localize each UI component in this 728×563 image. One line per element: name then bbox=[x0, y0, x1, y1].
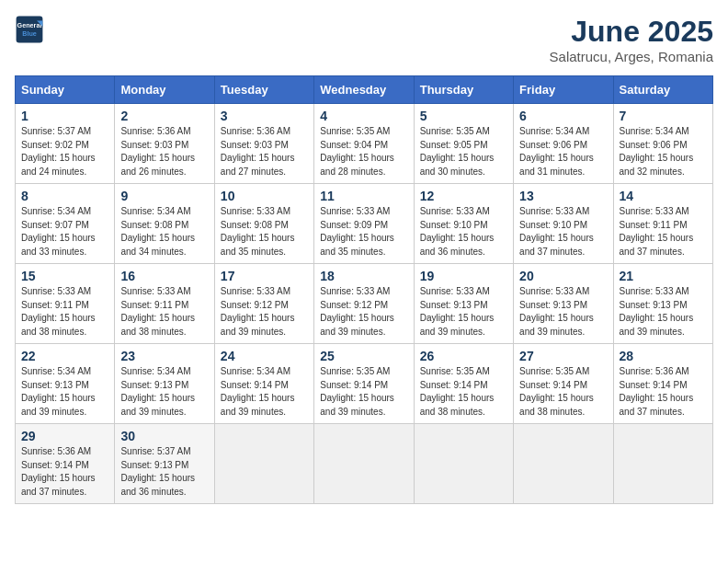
header-row: Sunday Monday Tuesday Wednesday Thursday… bbox=[16, 76, 713, 104]
day-info: Sunrise: 5:33 AM Sunset: 9:12 PM Dayligh… bbox=[221, 285, 308, 339]
day-info: Sunrise: 5:33 AM Sunset: 9:10 PM Dayligh… bbox=[420, 205, 507, 259]
day-info: Sunrise: 5:34 AM Sunset: 9:06 PM Dayligh… bbox=[519, 125, 607, 178]
calendar-cell: 9Sunrise: 5:34 AM Sunset: 9:08 PM Daylig… bbox=[115, 184, 214, 264]
calendar-cell: 28Sunrise: 5:36 AM Sunset: 9:14 PM Dayli… bbox=[613, 344, 712, 424]
day-number: 5 bbox=[420, 109, 507, 123]
day-number: 22 bbox=[21, 349, 108, 363]
day-number: 8 bbox=[21, 189, 108, 203]
calendar-cell: 16Sunrise: 5:33 AM Sunset: 9:11 PM Dayli… bbox=[115, 264, 214, 344]
day-info: Sunrise: 5:35 AM Sunset: 9:04 PM Dayligh… bbox=[320, 125, 407, 178]
day-info: Sunrise: 5:33 AM Sunset: 9:08 PM Dayligh… bbox=[221, 205, 308, 259]
calendar-cell: 24Sunrise: 5:34 AM Sunset: 9:14 PM Dayli… bbox=[214, 344, 313, 424]
calendar-cell: 8Sunrise: 5:34 AM Sunset: 9:07 PM Daylig… bbox=[16, 184, 115, 264]
day-info: Sunrise: 5:33 AM Sunset: 9:09 PM Dayligh… bbox=[320, 205, 407, 259]
calendar-cell: 27Sunrise: 5:35 AM Sunset: 9:14 PM Dayli… bbox=[514, 344, 613, 424]
calendar-body: 1Sunrise: 5:37 AM Sunset: 9:02 PM Daylig… bbox=[16, 104, 713, 504]
calendar-cell: 22Sunrise: 5:34 AM Sunset: 9:13 PM Dayli… bbox=[16, 344, 115, 424]
calendar-cell: 15Sunrise: 5:33 AM Sunset: 9:11 PM Dayli… bbox=[16, 264, 115, 344]
calendar-cell: 19Sunrise: 5:33 AM Sunset: 9:13 PM Dayli… bbox=[414, 264, 513, 344]
day-number: 24 bbox=[221, 349, 308, 363]
day-info: Sunrise: 5:36 AM Sunset: 9:14 PM Dayligh… bbox=[21, 445, 108, 499]
svg-text:Blue: Blue bbox=[22, 29, 37, 38]
calendar-cell: 4Sunrise: 5:35 AM Sunset: 9:04 PM Daylig… bbox=[314, 104, 414, 184]
calendar-row: 15Sunrise: 5:33 AM Sunset: 9:11 PM Dayli… bbox=[16, 264, 713, 344]
day-number: 21 bbox=[620, 269, 707, 283]
col-tuesday: Tuesday bbox=[214, 76, 313, 104]
calendar-cell bbox=[514, 424, 613, 504]
day-number: 26 bbox=[420, 349, 507, 363]
calendar-table: Sunday Monday Tuesday Wednesday Thursday… bbox=[15, 75, 713, 504]
col-thursday: Thursday bbox=[414, 76, 513, 104]
day-info: Sunrise: 5:36 AM Sunset: 9:03 PM Dayligh… bbox=[221, 125, 308, 178]
calendar-cell bbox=[414, 424, 513, 504]
day-info: Sunrise: 5:34 AM Sunset: 9:14 PM Dayligh… bbox=[221, 365, 308, 419]
day-number: 30 bbox=[120, 429, 208, 443]
calendar-cell: 20Sunrise: 5:33 AM Sunset: 9:13 PM Dayli… bbox=[514, 264, 613, 344]
day-number: 18 bbox=[320, 269, 407, 283]
day-info: Sunrise: 5:34 AM Sunset: 9:13 PM Dayligh… bbox=[120, 365, 208, 419]
calendar-cell: 2Sunrise: 5:36 AM Sunset: 9:03 PM Daylig… bbox=[115, 104, 214, 184]
day-info: Sunrise: 5:33 AM Sunset: 9:13 PM Dayligh… bbox=[420, 285, 507, 339]
calendar-cell: 12Sunrise: 5:33 AM Sunset: 9:10 PM Dayli… bbox=[414, 184, 513, 264]
day-number: 10 bbox=[221, 189, 308, 203]
day-info: Sunrise: 5:35 AM Sunset: 9:14 PM Dayligh… bbox=[519, 365, 607, 419]
day-info: Sunrise: 5:33 AM Sunset: 9:11 PM Dayligh… bbox=[120, 285, 208, 339]
day-info: Sunrise: 5:35 AM Sunset: 9:14 PM Dayligh… bbox=[320, 365, 407, 419]
day-info: Sunrise: 5:33 AM Sunset: 9:12 PM Dayligh… bbox=[320, 285, 407, 339]
calendar-cell: 18Sunrise: 5:33 AM Sunset: 9:12 PM Dayli… bbox=[314, 264, 414, 344]
day-info: Sunrise: 5:36 AM Sunset: 9:03 PM Dayligh… bbox=[120, 125, 208, 178]
day-number: 28 bbox=[620, 349, 707, 363]
calendar-cell: 30Sunrise: 5:37 AM Sunset: 9:13 PM Dayli… bbox=[115, 424, 214, 504]
logo: General Blue bbox=[15, 15, 44, 44]
day-info: Sunrise: 5:33 AM Sunset: 9:13 PM Dayligh… bbox=[519, 285, 607, 339]
day-info: Sunrise: 5:33 AM Sunset: 9:13 PM Dayligh… bbox=[620, 285, 707, 339]
day-number: 7 bbox=[620, 109, 707, 123]
header: General Blue June 2025 Salatrucu, Arges,… bbox=[15, 15, 713, 64]
calendar-cell bbox=[214, 424, 313, 504]
day-info: Sunrise: 5:35 AM Sunset: 9:05 PM Dayligh… bbox=[420, 125, 507, 178]
svg-text:General: General bbox=[17, 21, 42, 29]
calendar-cell: 17Sunrise: 5:33 AM Sunset: 9:12 PM Dayli… bbox=[214, 264, 313, 344]
calendar-cell: 3Sunrise: 5:36 AM Sunset: 9:03 PM Daylig… bbox=[214, 104, 313, 184]
day-info: Sunrise: 5:37 AM Sunset: 9:13 PM Dayligh… bbox=[120, 445, 208, 499]
day-info: Sunrise: 5:34 AM Sunset: 9:07 PM Dayligh… bbox=[21, 205, 108, 259]
calendar-row: 29Sunrise: 5:36 AM Sunset: 9:14 PM Dayli… bbox=[16, 424, 713, 504]
day-number: 16 bbox=[120, 269, 208, 283]
day-number: 25 bbox=[320, 349, 407, 363]
col-friday: Friday bbox=[514, 76, 613, 104]
day-number: 4 bbox=[320, 109, 407, 123]
day-info: Sunrise: 5:34 AM Sunset: 9:06 PM Dayligh… bbox=[620, 125, 707, 178]
day-number: 17 bbox=[221, 269, 308, 283]
day-info: Sunrise: 5:33 AM Sunset: 9:10 PM Dayligh… bbox=[519, 205, 607, 259]
calendar-cell: 7Sunrise: 5:34 AM Sunset: 9:06 PM Daylig… bbox=[613, 104, 712, 184]
calendar-row: 1Sunrise: 5:37 AM Sunset: 9:02 PM Daylig… bbox=[16, 104, 713, 184]
day-info: Sunrise: 5:34 AM Sunset: 9:08 PM Dayligh… bbox=[120, 205, 208, 259]
title-area: June 2025 Salatrucu, Arges, Romania bbox=[550, 15, 713, 64]
calendar-cell: 11Sunrise: 5:33 AM Sunset: 9:09 PM Dayli… bbox=[314, 184, 414, 264]
calendar-cell: 13Sunrise: 5:33 AM Sunset: 9:10 PM Dayli… bbox=[514, 184, 613, 264]
day-info: Sunrise: 5:35 AM Sunset: 9:14 PM Dayligh… bbox=[420, 365, 507, 419]
calendar-cell: 5Sunrise: 5:35 AM Sunset: 9:05 PM Daylig… bbox=[414, 104, 513, 184]
calendar-cell bbox=[314, 424, 414, 504]
col-sunday: Sunday bbox=[16, 76, 115, 104]
day-number: 15 bbox=[21, 269, 108, 283]
day-info: Sunrise: 5:36 AM Sunset: 9:14 PM Dayligh… bbox=[620, 365, 707, 419]
day-info: Sunrise: 5:33 AM Sunset: 9:11 PM Dayligh… bbox=[21, 285, 108, 339]
calendar-row: 22Sunrise: 5:34 AM Sunset: 9:13 PM Dayli… bbox=[16, 344, 713, 424]
month-year: June 2025 bbox=[550, 15, 713, 49]
day-info: Sunrise: 5:37 AM Sunset: 9:02 PM Dayligh… bbox=[21, 125, 108, 178]
col-saturday: Saturday bbox=[613, 76, 712, 104]
calendar-cell: 21Sunrise: 5:33 AM Sunset: 9:13 PM Dayli… bbox=[613, 264, 712, 344]
day-number: 13 bbox=[519, 189, 607, 203]
day-number: 6 bbox=[519, 109, 607, 123]
col-monday: Monday bbox=[115, 76, 214, 104]
day-number: 9 bbox=[120, 189, 208, 203]
day-number: 11 bbox=[320, 189, 407, 203]
day-info: Sunrise: 5:33 AM Sunset: 9:11 PM Dayligh… bbox=[620, 205, 707, 259]
day-number: 27 bbox=[519, 349, 607, 363]
day-info: Sunrise: 5:34 AM Sunset: 9:13 PM Dayligh… bbox=[21, 365, 108, 419]
calendar-cell: 6Sunrise: 5:34 AM Sunset: 9:06 PM Daylig… bbox=[514, 104, 613, 184]
calendar-cell: 14Sunrise: 5:33 AM Sunset: 9:11 PM Dayli… bbox=[613, 184, 712, 264]
day-number: 19 bbox=[420, 269, 507, 283]
location: Salatrucu, Arges, Romania bbox=[550, 49, 713, 64]
